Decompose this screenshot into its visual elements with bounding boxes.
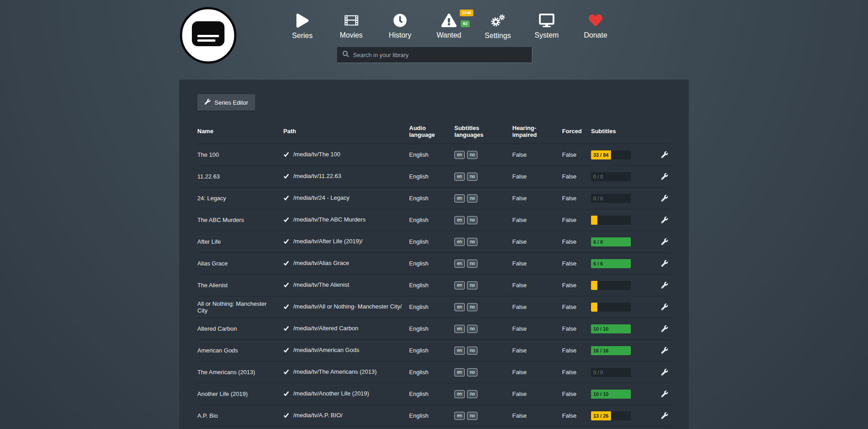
edit-series-button[interactable] <box>659 280 670 290</box>
check-icon <box>283 238 289 246</box>
column-header-name: Name <box>197 124 283 138</box>
nav-item-movies[interactable]: Movies <box>337 14 366 40</box>
audio-language: English <box>409 365 454 379</box>
subtitle-language-badge: no <box>467 216 477 224</box>
series-path-cell: /media/tv/The Alienist <box>283 278 409 293</box>
hearing-impaired-value: False <box>512 322 562 336</box>
wrench-icon <box>661 151 668 158</box>
series-name[interactable]: Altered Carbon <box>197 322 283 336</box>
main-nav: Series Movies History Wanted 2246 <box>288 14 610 40</box>
series-name[interactable]: The 100 <box>197 148 283 162</box>
subtitle-language-badge: no <box>467 281 477 289</box>
subtitles-cell: 0 / 0 <box>591 190 651 207</box>
series-name[interactable]: American Gods <box>197 343 283 357</box>
edit-series-button[interactable] <box>659 367 670 377</box>
edit-series-button[interactable] <box>659 302 670 312</box>
edit-series-button[interactable] <box>659 193 670 203</box>
subtitle-language-badge: no <box>467 194 477 202</box>
wrench-icon <box>661 369 668 376</box>
subtitles-progress-bar <box>591 281 631 290</box>
table-body: The 100 /media/tv/The 100 English enno F… <box>197 144 671 427</box>
clock-icon <box>393 14 407 27</box>
edit-series-button[interactable] <box>659 323 670 334</box>
series-name[interactable]: The Alienist <box>197 278 283 292</box>
column-header-languages: Subtitles languages <box>454 121 512 142</box>
series-name[interactable]: The ABC Murders <box>197 213 283 227</box>
series-name[interactable]: 11.22.63 <box>197 169 283 183</box>
app-header: Series Movies History Wanted 2246 <box>179 0 689 80</box>
column-header-forced: Forced <box>562 124 591 138</box>
hearing-impaired-value: False <box>512 148 562 162</box>
subtitles-progress-bar: 0 / 0 <box>591 194 631 203</box>
hearing-impaired-value: False <box>512 300 562 314</box>
column-header-actions <box>651 128 671 135</box>
series-name[interactable]: The Americans (2013) <box>197 365 283 379</box>
forced-value: False <box>562 409 591 423</box>
series-editor-button[interactable]: Series Editor <box>197 94 255 111</box>
series-path-cell: /media/tv/24 - Legacy <box>283 191 409 206</box>
edit-series-button[interactable] <box>659 410 670 421</box>
edit-series-button[interactable] <box>659 236 670 247</box>
warning-triangle-icon <box>441 14 457 27</box>
check-icon <box>283 151 289 159</box>
table-row: Alias Grace /media/tv/Alias Grace Englis… <box>197 253 671 275</box>
subtitles-cell: 0 / 0 <box>591 169 651 185</box>
subtitle-language-badge: en <box>454 325 465 333</box>
series-name[interactable]: A.P. Bio <box>197 409 283 423</box>
check-icon <box>283 282 289 289</box>
search-input[interactable] <box>353 52 526 58</box>
subtitles-cell <box>591 212 651 228</box>
table-row: American Gods /media/tv/American Gods En… <box>197 340 671 362</box>
row-actions <box>651 255 671 272</box>
nav-item-system[interactable]: System <box>532 14 561 40</box>
bazarr-logo[interactable] <box>179 6 237 64</box>
subtitles-progress-bar: 16 / 16 <box>591 346 631 355</box>
table-row: Altered Carbon /media/tv/Altered Carbon … <box>197 318 671 340</box>
library-search[interactable] <box>337 47 532 63</box>
edit-series-button[interactable] <box>659 389 670 399</box>
nav-item-donate[interactable]: Donate <box>581 14 610 40</box>
subtitles-progress-bar <box>591 303 631 312</box>
series-path: /media/tv/The 100 <box>293 151 340 158</box>
series-name[interactable]: All or Nothing: Manchester City <box>197 297 283 318</box>
edit-series-button[interactable] <box>659 345 670 356</box>
subtitle-language-badge: en <box>454 281 465 289</box>
subtitles-progress-label: 6 / 6 <box>591 239 605 245</box>
audio-language: English <box>409 300 454 314</box>
nav-item-series[interactable]: Series <box>288 14 317 40</box>
edit-series-button[interactable] <box>659 149 670 160</box>
nav-item-wanted[interactable]: Wanted 2246 62 <box>434 14 463 40</box>
hearing-impaired-value: False <box>512 409 562 423</box>
row-actions <box>651 146 671 164</box>
table-row: Another Life (2019) /media/tv/Another Li… <box>197 383 671 405</box>
subtitle-language-badge: no <box>467 368 477 376</box>
nav-item-settings[interactable]: Settings <box>483 14 512 40</box>
subtitle-languages: enno <box>454 343 512 358</box>
edit-series-button[interactable] <box>659 258 670 269</box>
subtitle-language-badge: no <box>467 303 477 311</box>
edit-series-button[interactable] <box>659 215 670 225</box>
nav-label: History <box>389 31 411 39</box>
subtitles-progress-bar: 0 / 0 <box>591 368 631 377</box>
edit-series-button[interactable] <box>659 171 670 182</box>
subtitles-progress-label: 13 / 26 <box>591 413 611 419</box>
series-name[interactable]: Alias Grace <box>197 256 283 270</box>
wrench-icon <box>661 173 668 180</box>
subtitles-progress-bar: 0 / 0 <box>591 172 631 181</box>
forced-value: False <box>562 322 591 336</box>
nav-label: Movies <box>340 31 363 39</box>
series-name[interactable]: Another Life (2019) <box>197 387 283 401</box>
nav-item-history[interactable]: History <box>386 14 415 40</box>
subtitle-language-badge: no <box>467 238 477 246</box>
series-name[interactable]: 24: Legacy <box>197 191 283 205</box>
series-name[interactable]: After Life <box>197 235 283 249</box>
subtitle-languages: enno <box>454 278 512 293</box>
play-icon <box>296 14 309 28</box>
row-actions <box>651 407 671 424</box>
subtitles-cell: 13 / 26 <box>591 408 651 424</box>
series-path: /media/tv/The Alienist <box>293 281 349 288</box>
check-icon <box>283 390 289 398</box>
subtitles-cell <box>591 299 651 315</box>
forced-value: False <box>562 343 591 357</box>
subtitle-languages: enno <box>454 147 512 163</box>
